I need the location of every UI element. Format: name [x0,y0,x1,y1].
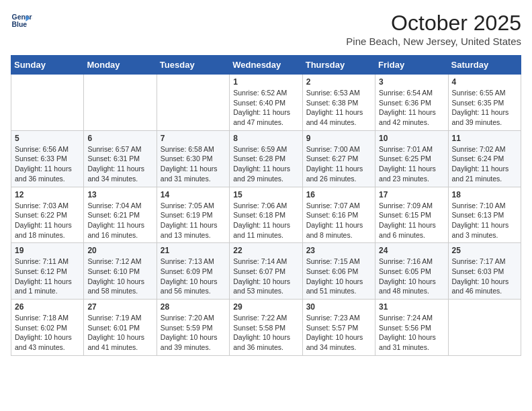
day-info: Sunrise: 7:22 AMSunset: 5:58 PMDaylight:… [233,313,298,353]
day-number: 15 [233,190,298,199]
day-number: 5 [15,134,80,143]
table-row: 14Sunrise: 7:05 AMSunset: 6:19 PMDayligh… [157,187,229,243]
day-number: 29 [233,302,298,312]
calendar-table: Sunday Monday Tuesday Wednesday Thursday… [11,55,521,356]
calendar-title: October 2025 [346,11,521,36]
title-block: October 2025 Pine Beach, New Jersey, Uni… [346,11,521,47]
table-row: 24Sunrise: 7:16 AMSunset: 6:05 PMDayligh… [375,243,448,300]
header-wednesday: Wednesday [230,56,302,75]
day-info: Sunrise: 7:05 AMSunset: 6:19 PMDaylight:… [161,201,226,240]
day-info: Sunrise: 7:02 AMSunset: 6:24 PMDaylight:… [452,144,517,184]
day-number: 21 [161,246,226,255]
header-friday: Friday [375,56,448,75]
table-row: 2Sunrise: 6:53 AMSunset: 6:38 PMDaylight… [302,75,375,131]
day-info: Sunrise: 7:17 AMSunset: 6:03 PMDaylight:… [452,257,517,296]
day-info: Sunrise: 7:13 AMSunset: 6:09 PMDaylight:… [161,257,226,296]
header-sunday: Sunday [11,56,84,75]
table-row: 1Sunrise: 6:52 AMSunset: 6:40 PMDaylight… [230,75,302,131]
table-row: 27Sunrise: 7:19 AMSunset: 6:01 PMDayligh… [84,300,157,356]
day-info: Sunrise: 6:52 AMSunset: 6:40 PMDaylight:… [233,88,298,128]
day-number: 11 [452,134,517,143]
table-row: 15Sunrise: 7:06 AMSunset: 6:18 PMDayligh… [230,187,302,243]
table-row: 20Sunrise: 7:12 AMSunset: 6:10 PMDayligh… [84,243,157,300]
day-info: Sunrise: 7:09 AMSunset: 6:15 PMDaylight:… [379,201,444,240]
page-header: General Blue October 2025 Pine Beach, Ne… [11,11,521,47]
day-info: Sunrise: 7:03 AMSunset: 6:22 PMDaylight:… [15,201,80,240]
day-number: 30 [306,302,371,312]
day-number: 23 [306,246,371,255]
table-row: 6Sunrise: 6:57 AMSunset: 6:31 PMDaylight… [84,130,157,187]
day-number: 8 [233,134,298,143]
day-info: Sunrise: 6:56 AMSunset: 6:33 PMDaylight:… [15,144,80,184]
day-info: Sunrise: 6:57 AMSunset: 6:31 PMDaylight:… [87,144,152,184]
table-row: 31Sunrise: 7:24 AMSunset: 5:56 PMDayligh… [375,300,448,356]
table-row: 29Sunrise: 7:22 AMSunset: 5:58 PMDayligh… [230,300,302,356]
calendar-week-row: 26Sunrise: 7:18 AMSunset: 6:02 PMDayligh… [11,300,521,356]
table-row: 9Sunrise: 7:00 AMSunset: 6:27 PMDaylight… [302,130,375,187]
day-number: 31 [379,302,444,312]
day-number: 16 [306,190,371,199]
table-row: 19Sunrise: 7:11 AMSunset: 6:12 PMDayligh… [11,243,84,300]
calendar-week-row: 12Sunrise: 7:03 AMSunset: 6:22 PMDayligh… [11,187,521,243]
day-info: Sunrise: 7:23 AMSunset: 5:57 PMDaylight:… [306,313,371,353]
day-info: Sunrise: 7:15 AMSunset: 6:06 PMDaylight:… [306,257,371,296]
day-info: Sunrise: 7:11 AMSunset: 6:12 PMDaylight:… [15,257,80,296]
day-number: 13 [87,190,152,199]
table-row: 7Sunrise: 6:58 AMSunset: 6:30 PMDaylight… [157,130,229,187]
table-row: 21Sunrise: 7:13 AMSunset: 6:09 PMDayligh… [157,243,229,300]
day-number: 9 [306,134,371,143]
day-info: Sunrise: 7:24 AMSunset: 5:56 PMDaylight:… [379,313,444,353]
table-row: 10Sunrise: 7:01 AMSunset: 6:25 PMDayligh… [375,130,448,187]
day-number: 27 [87,302,152,312]
table-row: 8Sunrise: 6:59 AMSunset: 6:28 PMDaylight… [230,130,302,187]
day-info: Sunrise: 6:53 AMSunset: 6:38 PMDaylight:… [306,88,371,128]
header-thursday: Thursday [302,56,375,75]
day-number: 1 [233,77,298,87]
day-info: Sunrise: 6:58 AMSunset: 6:30 PMDaylight:… [161,144,226,184]
table-row: 5Sunrise: 6:56 AMSunset: 6:33 PMDaylight… [11,130,84,187]
header-saturday: Saturday [448,56,521,75]
calendar-week-row: 5Sunrise: 6:56 AMSunset: 6:33 PMDaylight… [11,130,521,187]
table-row: 17Sunrise: 7:09 AMSunset: 6:15 PMDayligh… [375,187,448,243]
day-number: 22 [233,246,298,255]
table-row: 4Sunrise: 6:55 AMSunset: 6:35 PMDaylight… [448,75,521,131]
table-row: 25Sunrise: 7:17 AMSunset: 6:03 PMDayligh… [448,243,521,300]
day-number: 24 [379,246,444,255]
table-row: 3Sunrise: 6:54 AMSunset: 6:36 PMDaylight… [375,75,448,131]
day-info: Sunrise: 7:04 AMSunset: 6:21 PMDaylight:… [87,201,152,240]
day-number: 28 [161,302,226,312]
table-row: 30Sunrise: 7:23 AMSunset: 5:57 PMDayligh… [302,300,375,356]
day-info: Sunrise: 7:16 AMSunset: 6:05 PMDaylight:… [379,257,444,296]
table-row: 13Sunrise: 7:04 AMSunset: 6:21 PMDayligh… [84,187,157,243]
table-row [84,75,157,131]
header-monday: Monday [84,56,157,75]
day-info: Sunrise: 7:10 AMSunset: 6:13 PMDaylight:… [452,201,517,240]
calendar-header-row: Sunday Monday Tuesday Wednesday Thursday… [11,56,521,75]
table-row: 23Sunrise: 7:15 AMSunset: 6:06 PMDayligh… [302,243,375,300]
day-info: Sunrise: 7:01 AMSunset: 6:25 PMDaylight:… [379,144,444,184]
day-number: 20 [87,246,152,255]
day-info: Sunrise: 6:55 AMSunset: 6:35 PMDaylight:… [452,88,517,128]
day-number: 25 [452,246,517,255]
day-info: Sunrise: 6:54 AMSunset: 6:36 PMDaylight:… [379,88,444,128]
calendar-subtitle: Pine Beach, New Jersey, United States [346,36,521,47]
table-row [448,300,521,356]
svg-text:General: General [12,13,32,21]
day-number: 17 [379,190,444,199]
table-row: 28Sunrise: 7:20 AMSunset: 5:59 PMDayligh… [157,300,229,356]
day-info: Sunrise: 7:20 AMSunset: 5:59 PMDaylight:… [161,313,226,353]
day-info: Sunrise: 6:59 AMSunset: 6:28 PMDaylight:… [233,144,298,184]
table-row: 11Sunrise: 7:02 AMSunset: 6:24 PMDayligh… [448,130,521,187]
day-number: 3 [379,77,444,87]
table-row [157,75,229,131]
calendar-week-row: 1Sunrise: 6:52 AMSunset: 6:40 PMDaylight… [11,75,521,131]
table-row: 18Sunrise: 7:10 AMSunset: 6:13 PMDayligh… [448,187,521,243]
day-number: 7 [161,134,226,143]
table-row [11,75,84,131]
logo: General Blue [11,11,32,32]
day-info: Sunrise: 7:07 AMSunset: 6:16 PMDaylight:… [306,201,371,240]
day-number: 18 [452,190,517,199]
day-info: Sunrise: 7:19 AMSunset: 6:01 PMDaylight:… [87,313,152,353]
day-info: Sunrise: 7:14 AMSunset: 6:07 PMDaylight:… [233,257,298,296]
day-info: Sunrise: 7:18 AMSunset: 6:02 PMDaylight:… [15,313,80,353]
